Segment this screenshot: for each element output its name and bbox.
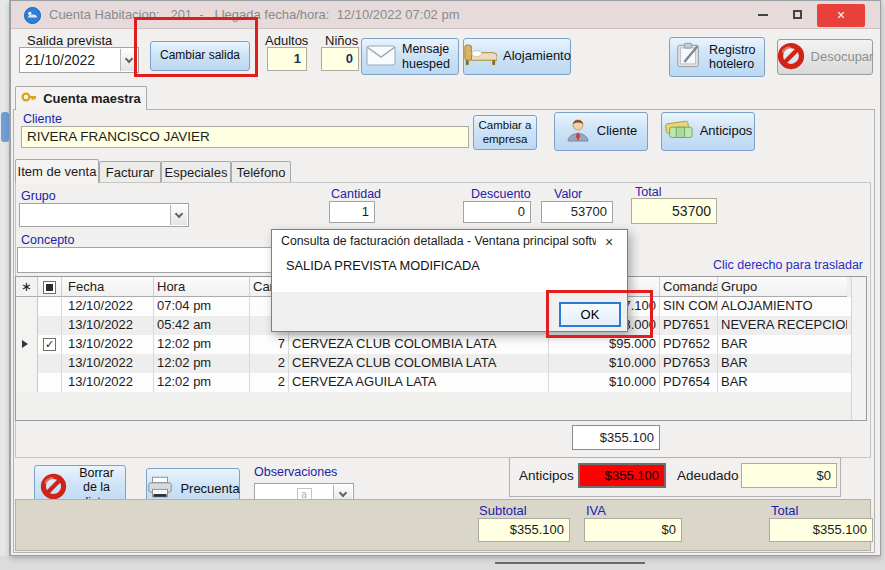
salida-prevista-label: Salida prevista bbox=[27, 33, 112, 48]
row-marker-header: ∗ bbox=[16, 277, 38, 297]
highlight-box-cambiar-salida bbox=[134, 17, 258, 77]
maximize-button[interactable] bbox=[783, 4, 811, 27]
background-window-edge bbox=[0, 0, 10, 556]
descuento-field[interactable]: 0 bbox=[463, 201, 531, 223]
cambiar-a-empresa-button[interactable]: Cambiar a empresa bbox=[473, 115, 537, 150]
tab-facturar[interactable]: Facturar bbox=[99, 161, 161, 182]
anticipos-value: $355.100 bbox=[605, 468, 659, 483]
minimize-button[interactable] bbox=[749, 4, 777, 27]
cell-grupo: BAR bbox=[718, 373, 847, 392]
table-row-selected[interactable]: ✓ 13/10/2022 12:02 pm 7 CERVEZA CLUB COL… bbox=[16, 335, 866, 354]
registro-hotelero-label: Registro hotelero bbox=[709, 43, 759, 72]
adeudado-field: $0 bbox=[741, 463, 837, 488]
grupo-label: Grupo bbox=[21, 189, 56, 203]
cliente-value: RIVERA FRANCISCO JAVIER bbox=[27, 129, 210, 144]
subtotal-field: $355.100 bbox=[478, 518, 570, 542]
list-total-value: $355.100 bbox=[600, 430, 654, 445]
adultos-value: 1 bbox=[294, 51, 301, 66]
table-row[interactable]: 13/10/2022 12:02 pm 2 CERVEZA CLUB COLOM… bbox=[16, 354, 866, 373]
tab-telefono-label: Teléfono bbox=[236, 165, 285, 180]
iva-value: $0 bbox=[662, 522, 676, 537]
person-icon bbox=[565, 117, 591, 146]
subtotal-label: Subtotal bbox=[479, 503, 527, 518]
tab-cuenta-maestra[interactable]: Cuenta maestra bbox=[15, 86, 147, 110]
select-all-checkbox[interactable] bbox=[38, 277, 62, 297]
col-header-comanda[interactable]: Comanda bbox=[660, 277, 718, 297]
cell-detalle: CERVEZA AGUILA LATA bbox=[289, 373, 549, 392]
dialog-close-button[interactable]: × bbox=[599, 232, 619, 252]
cell-comanda: PD7651 bbox=[660, 316, 718, 335]
cliente-button[interactable]: Cliente bbox=[554, 112, 648, 151]
adeudado-label: Adeudado bbox=[677, 468, 739, 483]
col-header-grupo[interactable]: Grupo bbox=[718, 277, 847, 297]
adultos-field[interactable]: 1 bbox=[267, 47, 307, 71]
adeudado-value: $0 bbox=[817, 468, 831, 483]
cell-hora: 12:02 pm bbox=[154, 354, 250, 373]
alojamiento-label: Alojamiento bbox=[503, 49, 571, 64]
cantidad-field[interactable]: 1 bbox=[329, 201, 375, 223]
observaciones-label: Observaciones bbox=[254, 465, 337, 479]
tab-item-de-venta[interactable]: Item de venta bbox=[15, 159, 99, 183]
col-header-fecha[interactable]: Fecha bbox=[62, 277, 154, 297]
alojamiento-button[interactable]: Alojamiento bbox=[463, 38, 571, 75]
highlight-box-ok bbox=[546, 290, 653, 338]
tab-telefono[interactable]: Teléfono bbox=[231, 161, 291, 182]
total-field[interactable]: 53700 bbox=[631, 198, 717, 224]
ninos-field[interactable]: 0 bbox=[321, 47, 359, 71]
minimize-icon bbox=[758, 14, 768, 16]
desocupar-label: Desocupar bbox=[811, 50, 874, 65]
cell-comanda: SIN COMANDA bbox=[660, 297, 718, 316]
adultos-label: Adultos bbox=[265, 33, 308, 48]
descuento-label: Descuento bbox=[471, 187, 531, 201]
cell-detalle: CERVEZA CLUB COLOMBIA LATA bbox=[289, 335, 549, 354]
screen: Cuenta Habitacion: 201 - Llegada fecha/h… bbox=[0, 0, 885, 570]
anticipos-button[interactable]: Anticipos bbox=[661, 112, 755, 151]
descuento-value: 0 bbox=[518, 204, 525, 219]
close-button[interactable]: × bbox=[817, 4, 865, 27]
cell-hora: 07:04 pm bbox=[154, 297, 250, 316]
select-all-checkbox-icon bbox=[43, 281, 56, 294]
cell-valor: $10.000 bbox=[549, 373, 660, 392]
tab-facturar-label: Facturar bbox=[106, 165, 154, 180]
row-checkbox-checked[interactable]: ✓ bbox=[43, 338, 56, 351]
bed-icon bbox=[463, 43, 497, 71]
cantidad-value: 1 bbox=[362, 204, 369, 219]
dialog-title: Consulta de facturación detallada - Vent… bbox=[281, 234, 596, 252]
anticipos-label: Anticipos bbox=[519, 468, 574, 483]
close-icon: × bbox=[605, 234, 613, 250]
cell-cantidad: 2 bbox=[250, 373, 289, 392]
tab-especiales-label: Especiales bbox=[165, 165, 228, 180]
salida-prevista-value: 21/10/2022 bbox=[25, 52, 95, 68]
salida-prevista-combobox[interactable]: 21/10/2022 bbox=[19, 47, 139, 73]
grand-total-value: $355.100 bbox=[813, 522, 867, 537]
cambiar-a-empresa-label: Cambiar a empresa bbox=[477, 119, 533, 145]
ninos-value: 0 bbox=[346, 51, 353, 66]
grupo-dropdown-button[interactable] bbox=[170, 205, 187, 225]
mensaje-huesped-button[interactable]: Mensaje huesped bbox=[361, 38, 459, 75]
grupo-combobox[interactable] bbox=[19, 203, 189, 227]
cell-cantidad: 2 bbox=[250, 354, 289, 373]
subtotal-value: $355.100 bbox=[510, 522, 564, 537]
list-total-field: $355.100 bbox=[572, 425, 660, 450]
desocupar-button[interactable]: Desocupar bbox=[777, 39, 873, 75]
tab-especiales[interactable]: Especiales bbox=[161, 161, 231, 182]
background-button-fragment bbox=[1, 112, 9, 142]
anticipos-field: $355.100 bbox=[578, 463, 666, 488]
desktop-strip bbox=[0, 556, 885, 570]
cell-fecha: 13/10/2022 bbox=[62, 316, 154, 335]
table-row[interactable]: 13/10/2022 12:02 pm 2 CERVEZA AGUILA LAT… bbox=[16, 373, 866, 392]
chevron-down-icon bbox=[175, 209, 183, 217]
cell-comanda: PD7653 bbox=[660, 354, 718, 373]
col-header-hora[interactable]: Hora bbox=[154, 277, 250, 297]
cell-hora: 12:02 pm bbox=[154, 373, 250, 392]
valor-value: 53700 bbox=[571, 204, 607, 219]
cliente-field[interactable]: RIVERA FRANCISCO JAVIER bbox=[21, 126, 469, 148]
grand-total-label: Total bbox=[771, 503, 798, 518]
maximize-icon bbox=[793, 10, 802, 19]
cell-grupo: BAR bbox=[718, 354, 847, 373]
registro-hotelero-button[interactable]: Registro hotelero bbox=[669, 37, 765, 77]
valor-field[interactable]: 53700 bbox=[541, 201, 613, 223]
current-row-arrow-icon bbox=[22, 340, 28, 348]
table-scrollbar[interactable] bbox=[851, 277, 866, 420]
mensaje-huesped-label: Mensaje huesped bbox=[402, 42, 454, 71]
